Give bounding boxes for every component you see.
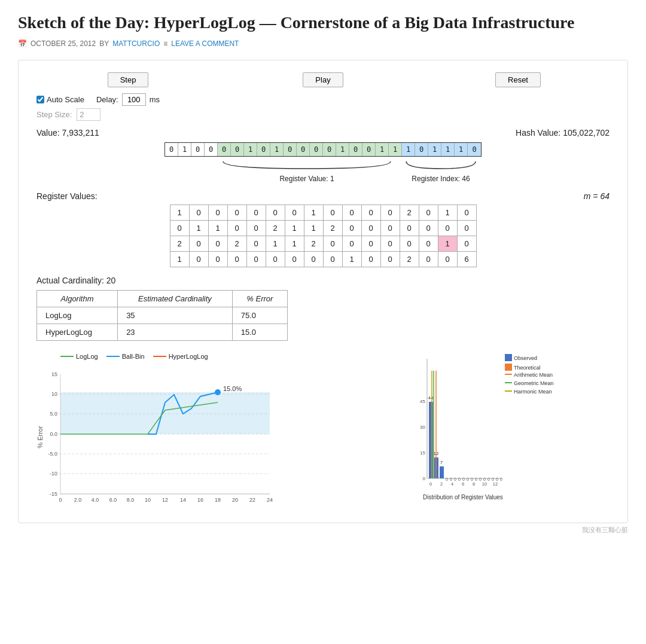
bit-cell: 0 <box>297 143 310 156</box>
register-cell: 0 <box>438 252 457 267</box>
cardinality-section: Actual Cardinality: 20 <box>36 276 610 285</box>
svg-text:% Error: % Error <box>36 426 44 448</box>
register-cell: 0 <box>380 221 400 236</box>
register-cell: 0 <box>227 221 246 236</box>
svg-text:4: 4 <box>451 481 453 487</box>
auto-scale-label[interactable]: Auto Scale <box>36 95 84 104</box>
svg-text:0: 0 <box>454 477 456 481</box>
step-size-input[interactable] <box>77 108 100 121</box>
register-cell: 0 <box>208 205 227 221</box>
svg-text:12: 12 <box>162 497 168 503</box>
register-header: Register Values: m = 64 <box>36 191 610 201</box>
bit-cell: 0 <box>257 143 270 156</box>
algo-table-cell: LogLog <box>37 307 118 324</box>
m-value: m = 64 <box>584 191 610 201</box>
auto-scale-checkbox[interactable] <box>36 96 44 103</box>
value-hash-row: Value: 7,933,211 Hash Value: 105,022,702 <box>36 128 610 138</box>
register-cell: 0 <box>380 252 400 267</box>
svg-text:30: 30 <box>420 425 425 430</box>
svg-text:0: 0 <box>496 477 498 481</box>
register-cell: 0 <box>323 236 342 252</box>
svg-text:-5.0: -5.0 <box>48 451 57 457</box>
reset-button[interactable]: Reset <box>495 72 541 87</box>
svg-text:14: 14 <box>180 497 186 503</box>
register-cell: 1 <box>285 236 304 252</box>
bit-cell: 1 <box>428 143 441 156</box>
value-display: Value: 7,933,211 <box>36 128 99 138</box>
svg-text:0: 0 <box>446 477 448 481</box>
register-cell: 0 <box>400 221 419 236</box>
delay-group: Delay: ms <box>96 93 160 106</box>
svg-text:2.0: 2.0 <box>74 497 82 503</box>
svg-text:0: 0 <box>483 477 486 481</box>
register-cell: 0 <box>246 205 266 221</box>
svg-text:0: 0 <box>492 477 494 481</box>
register-cell: 0 <box>285 252 304 267</box>
bit-cell: 1 <box>376 143 389 156</box>
register-cell: 0 <box>361 236 380 252</box>
register-cell: 0 <box>227 205 246 221</box>
bit-cell: 0 <box>284 143 297 156</box>
meta-author[interactable]: MATTCURCIO <box>112 39 160 48</box>
register-cell: 2 <box>400 205 419 221</box>
svg-text:0: 0 <box>429 481 432 487</box>
register-cell: 0 <box>189 236 208 252</box>
algo-table-cell: 23 <box>118 324 233 341</box>
legend-item: Ball-Bin <box>106 353 145 360</box>
svg-text:5.0: 5.0 <box>50 411 57 417</box>
algo-table-header: % Error <box>232 291 287 307</box>
svg-text:0: 0 <box>467 477 469 481</box>
register-cell: 0 <box>419 252 438 267</box>
algo-table-cell: 75.0 <box>232 307 287 324</box>
svg-rect-34 <box>505 364 512 371</box>
bit-cell: 0 <box>362 143 376 156</box>
register-cell: 1 <box>170 252 189 267</box>
delay-input[interactable] <box>122 93 146 106</box>
algo-table-header: Estimated Cardinality <box>118 291 233 307</box>
svg-text:0.0: 0.0 <box>50 431 57 437</box>
play-button[interactable]: Play <box>303 72 343 87</box>
register-cell: 0 <box>419 221 438 236</box>
svg-text:0: 0 <box>458 477 461 481</box>
svg-text:12: 12 <box>493 481 498 487</box>
svg-text:Harmonic Mean: Harmonic Mean <box>514 389 552 395</box>
register-cell: 1 <box>189 221 208 236</box>
meta-sep: ≡ <box>163 39 167 48</box>
bit-cell: 0 <box>323 143 336 156</box>
register-cell: 2 <box>304 236 323 252</box>
bit-string-container: 010000101000010011101110 Register Value:… <box>36 142 610 182</box>
svg-point-30 <box>215 389 221 395</box>
legend-line-color <box>106 356 120 357</box>
hash-label: Hash Value: <box>516 128 560 138</box>
bit-cell: 0 <box>310 143 323 156</box>
register-cell: 0 <box>246 236 266 252</box>
svg-text:0: 0 <box>500 477 502 481</box>
register-cell: 0 <box>208 252 227 267</box>
charts-area: LogLogBall-BinHyperLogLog % Error 0.0 10… <box>36 353 610 511</box>
hash-display: Hash Value: 105,022,702 <box>516 128 610 138</box>
bar-chart-svg: Observed Theoretical Arithmetic Mean Geo… <box>412 353 610 508</box>
bit-cell: 0 <box>218 143 231 156</box>
bit-cell: 1 <box>441 143 455 156</box>
register-cell: 0 <box>419 236 438 252</box>
svg-text:6.0: 6.0 <box>109 497 117 503</box>
register-cell: 0 <box>380 236 400 252</box>
svg-text:0: 0 <box>450 477 452 481</box>
register-cell: 0 <box>380 205 400 221</box>
meta-by: BY <box>99 39 109 48</box>
register-cell: 1 <box>266 236 285 252</box>
svg-text:Distribution of Register Value: Distribution of Register Values <box>423 494 503 500</box>
svg-text:44: 44 <box>428 395 434 401</box>
svg-text:0: 0 <box>475 477 477 481</box>
step-button[interactable]: Step <box>108 72 149 87</box>
register-cell: 2 <box>266 221 285 236</box>
bit-cell: 0 <box>205 143 218 156</box>
legend-item: LogLog <box>60 353 98 360</box>
legend-item: HyperLogLog <box>153 353 208 360</box>
svg-text:15.0%: 15.0% <box>223 385 242 392</box>
register-cell: 1 <box>170 205 189 221</box>
bit-cell: 0 <box>415 143 428 156</box>
svg-text:10: 10 <box>145 497 151 503</box>
meta-comment[interactable]: LEAVE A COMMENT <box>171 39 239 48</box>
register-cell: 0 <box>285 205 304 221</box>
